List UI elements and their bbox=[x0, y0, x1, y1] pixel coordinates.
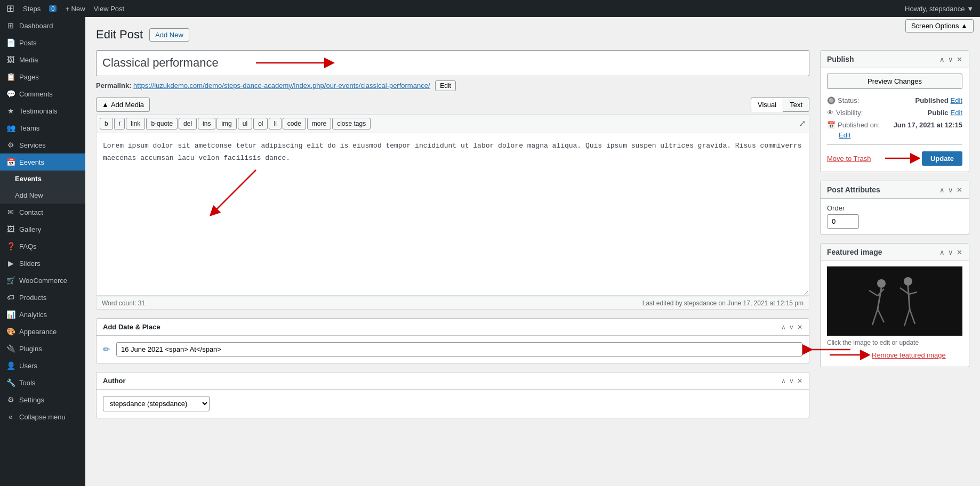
author-collapse-icon[interactable]: ∧ bbox=[781, 377, 786, 385]
fullscreen-button[interactable]: ⤢ bbox=[799, 118, 806, 129]
view-post-link[interactable]: View Post bbox=[94, 5, 125, 13]
post-attributes-header: Post Attributes ∧ ∨ ✕ bbox=[821, 181, 969, 199]
publish-collapse-icon[interactable]: ∧ bbox=[939, 55, 945, 63]
wp-logo-icon[interactable]: ⊞ bbox=[6, 3, 14, 14]
admin-bar-left: ⊞ Steps 0 + New View Post bbox=[6, 3, 124, 14]
published-on-edit-link[interactable]: Edit bbox=[839, 131, 850, 139]
add-media-button[interactable]: ▲ Add Media bbox=[96, 98, 150, 112]
sidebar-item-sliders[interactable]: ▶ Sliders bbox=[0, 255, 85, 272]
date-place-input[interactable] bbox=[116, 342, 802, 357]
sidebar-item-contact[interactable]: ✉ Contact bbox=[0, 204, 85, 221]
post-attr-close-icon[interactable]: ✕ bbox=[957, 186, 962, 194]
featured-image-link[interactable] bbox=[827, 266, 962, 336]
fmt-img[interactable]: img bbox=[216, 118, 236, 129]
author-close-icon[interactable]: ✕ bbox=[797, 377, 802, 385]
word-count-bar: Word count: 31 Last edited by stepsdance… bbox=[96, 297, 809, 310]
sidebar-label-posts: Posts bbox=[19, 39, 37, 47]
sidebar-item-faqs[interactable]: ❓ FAQs bbox=[0, 238, 85, 255]
add-date-place-header[interactable]: Add Date & Place ∧ ∨ ✕ bbox=[97, 319, 809, 336]
fi-down-icon[interactable]: ∨ bbox=[948, 248, 953, 256]
preview-changes-button[interactable]: Preview Changes bbox=[827, 74, 962, 89]
woocommerce-icon: 🛒 bbox=[6, 276, 15, 285]
new-link[interactable]: + New bbox=[65, 5, 85, 13]
sidebar-item-tools[interactable]: 🔧 Tools bbox=[0, 374, 85, 391]
screen-options-button[interactable]: Screen Options ▲ bbox=[905, 19, 974, 33]
date-place-down-icon[interactable]: ∨ bbox=[789, 323, 794, 331]
comment-bubble[interactable]: 0 bbox=[49, 5, 57, 12]
author-select[interactable]: stepsdance (stepsdance) bbox=[103, 396, 210, 411]
fmt-code[interactable]: code bbox=[283, 118, 306, 129]
add-date-place-title: Add Date & Place bbox=[103, 323, 160, 331]
post-title-input[interactable] bbox=[96, 50, 809, 76]
svg-point-8 bbox=[877, 279, 886, 288]
visibility-edit-link[interactable]: Edit bbox=[951, 109, 962, 117]
fmt-ul[interactable]: ul bbox=[238, 118, 252, 129]
site-name-link[interactable]: Steps bbox=[23, 5, 41, 13]
sidebar-submenu-add-new[interactable]: Add New bbox=[0, 187, 85, 204]
sidebar-label-pages: Pages bbox=[19, 73, 39, 81]
fmt-bquote[interactable]: b-quote bbox=[146, 118, 178, 129]
sidebar-item-comments[interactable]: 💬 Comments bbox=[0, 85, 85, 102]
author-down-icon[interactable]: ∨ bbox=[789, 377, 794, 385]
sidebar-item-settings[interactable]: ⚙ Settings bbox=[0, 391, 85, 408]
fmt-ol[interactable]: ol bbox=[253, 118, 268, 129]
publish-down-icon[interactable]: ∨ bbox=[948, 55, 953, 63]
sidebar-item-pages[interactable]: 📋 Pages bbox=[0, 68, 85, 85]
remove-featured-image-link[interactable]: Remove featured image bbox=[872, 351, 946, 359]
post-attr-collapse-icon[interactable]: ∧ bbox=[939, 186, 945, 194]
fmt-link[interactable]: link bbox=[126, 118, 145, 129]
fmt-italic[interactable]: i bbox=[114, 118, 125, 129]
user-greeting[interactable]: Howdy, stepsdance ▼ bbox=[905, 5, 974, 13]
fi-close-icon[interactable]: ✕ bbox=[957, 248, 962, 256]
post-attributes-controls: ∧ ∨ ✕ bbox=[939, 186, 962, 194]
date-place-close-icon[interactable]: ✕ bbox=[797, 323, 802, 331]
date-edit-icon-button[interactable]: ✏ bbox=[103, 344, 110, 354]
edit-slug-button[interactable]: Edit bbox=[435, 80, 456, 91]
order-label: Order bbox=[827, 204, 962, 212]
status-edit-link[interactable]: Edit bbox=[951, 96, 962, 104]
sidebar-item-products[interactable]: 🏷 Products bbox=[0, 289, 85, 306]
order-input[interactable]: 0 bbox=[827, 214, 859, 229]
sidebar-item-media[interactable]: 🖼 Media bbox=[0, 51, 85, 68]
tab-text[interactable]: Text bbox=[783, 98, 809, 112]
fmt-close-tags[interactable]: close tags bbox=[332, 118, 371, 129]
posts-icon: 📄 bbox=[6, 38, 15, 47]
fmt-bold[interactable]: b bbox=[100, 118, 113, 129]
sidebar-item-users[interactable]: 👤 Users bbox=[0, 357, 85, 374]
featured-image-body: Click the image to edit or update Remove… bbox=[821, 261, 969, 367]
date-place-collapse-icon[interactable]: ∧ bbox=[781, 323, 786, 331]
sidebar-item-analytics[interactable]: 📊 Analytics bbox=[0, 306, 85, 323]
publish-close-icon[interactable]: ✕ bbox=[957, 55, 962, 63]
tools-icon: 🔧 bbox=[6, 378, 15, 387]
sidebar-item-plugins[interactable]: 🔌 Plugins bbox=[0, 340, 85, 357]
svg-line-10 bbox=[869, 290, 878, 296]
fmt-li[interactable]: li bbox=[269, 118, 281, 129]
add-new-button[interactable]: Add New bbox=[149, 28, 189, 42]
fmt-more[interactable]: more bbox=[307, 118, 331, 129]
sidebar-item-woocommerce[interactable]: 🛒 WooCommerce bbox=[0, 272, 85, 289]
sidebar-item-testimonials[interactable]: ★ Testimonials bbox=[0, 102, 85, 119]
sidebar-item-dashboard[interactable]: ⊞ Dashboard bbox=[0, 17, 85, 34]
post-content-editor[interactable]: Lorem ipsum dolor sit ametconse tetur ad… bbox=[96, 133, 809, 296]
permalink-url[interactable]: https://luzukdemo.com/demo/steps-dance-a… bbox=[133, 82, 430, 90]
update-button[interactable]: Update bbox=[922, 151, 962, 166]
tab-visual[interactable]: Visual bbox=[751, 98, 783, 112]
author-body: stepsdance (stepsdance) bbox=[97, 390, 809, 418]
editor-toolbar-row: ▲ Add Media Visual Text bbox=[96, 98, 809, 112]
sidebar-item-collapse[interactable]: « Collapse menu bbox=[0, 408, 85, 425]
fmt-del[interactable]: del bbox=[179, 118, 197, 129]
move-to-trash-link[interactable]: Move to Trash bbox=[827, 155, 871, 163]
sidebar-item-gallery[interactable]: 🖼 Gallery bbox=[0, 221, 85, 238]
sidebar-item-services[interactable]: ⚙ Services bbox=[0, 136, 85, 153]
author-header[interactable]: Author ∧ ∨ ✕ bbox=[97, 372, 809, 390]
sidebar-item-teams[interactable]: 👥 Teams bbox=[0, 119, 85, 136]
sidebar-section-eevents-label: Eevents bbox=[0, 171, 85, 187]
fi-collapse-icon[interactable]: ∧ bbox=[939, 248, 945, 256]
post-attr-down-icon[interactable]: ∨ bbox=[948, 186, 953, 194]
fmt-ins[interactable]: ins bbox=[198, 118, 215, 129]
sidebar-item-posts[interactable]: 📄 Posts bbox=[0, 34, 85, 51]
testimonials-icon: ★ bbox=[6, 107, 15, 115]
permalink-row: Permalink: https://luzukdemo.com/demo/st… bbox=[96, 80, 809, 91]
sidebar-item-appearance[interactable]: 🎨 Appearance bbox=[0, 323, 85, 340]
sidebar-item-eevents[interactable]: 📅 Eevents ◀ bbox=[0, 153, 85, 171]
